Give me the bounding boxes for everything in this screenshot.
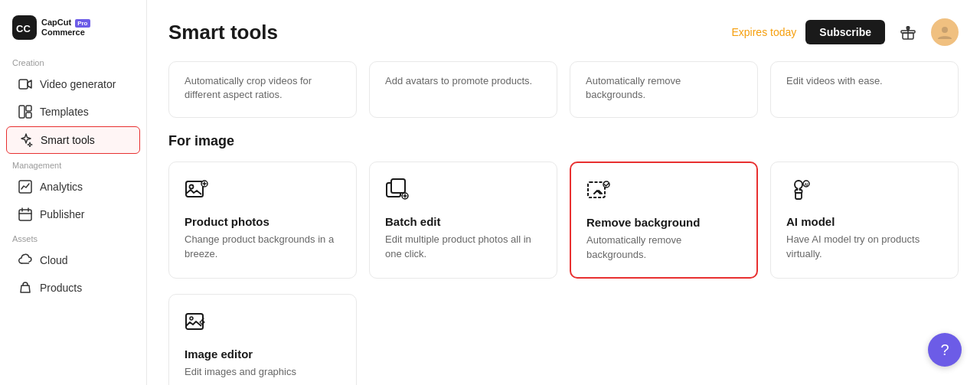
video-cards-row: Automatically crop videos for different … <box>168 61 959 118</box>
card-ai-model[interactable]: AI AI model Have AI model try on product… <box>770 162 959 278</box>
header-actions: Expires today Subscribe <box>731 18 959 46</box>
cloud-icon <box>18 253 32 267</box>
top-card-1[interactable]: Add avatars to promote products. <box>369 61 557 118</box>
logo-sub: Commerce <box>41 28 90 38</box>
top-card-desc: Automatically remove backgrounds. <box>586 74 742 102</box>
sidebar-item-label: Smart tools <box>41 134 95 146</box>
top-card-desc: Edit videos with ease. <box>786 74 942 88</box>
sidebar-item-publisher[interactable]: Publisher <box>6 201 140 227</box>
sidebar-item-label: Analytics <box>40 181 83 193</box>
sidebar-item-products[interactable]: Products <box>6 275 140 301</box>
sidebar-item-label: Video generator <box>40 78 116 90</box>
bottom-cards-grid: Image editor Edit images and graphics <box>168 294 959 385</box>
ai-model-icon: AI <box>786 178 942 207</box>
top-card-0[interactable]: Automatically crop videos for different … <box>168 61 357 118</box>
svg-rect-15 <box>391 179 405 193</box>
gift-button[interactable] <box>894 18 922 46</box>
sidebar-item-cloud[interactable]: Cloud <box>6 247 140 273</box>
help-icon: ? <box>940 341 949 359</box>
card-desc: Edit images and graphics <box>185 365 341 379</box>
products-icon <box>18 281 32 295</box>
card-desc: Have AI model try on products virtually. <box>786 233 942 260</box>
card-desc: Edit multiple product photos all in one … <box>385 233 541 260</box>
main-content: Smart tools Expires today Subscribe Auto… <box>147 0 980 385</box>
svg-rect-5 <box>26 113 31 118</box>
svg-rect-2 <box>19 80 28 89</box>
section-management: Management <box>0 155 146 173</box>
svg-rect-7 <box>19 210 31 220</box>
logo-text: CapCut Pro Commerce <box>41 18 90 38</box>
product-photos-icon <box>185 178 341 207</box>
capcut-logo: CC <box>12 15 37 40</box>
help-button[interactable]: ? <box>928 333 962 367</box>
avatar[interactable] <box>931 18 959 46</box>
smart-tools-icon <box>19 133 33 147</box>
svg-rect-3 <box>19 106 24 118</box>
card-title: Batch edit <box>385 215 541 228</box>
video-generator-icon <box>18 77 32 91</box>
templates-icon <box>18 105 32 119</box>
section-assets: Assets <box>0 228 146 246</box>
sidebar-item-label: Publisher <box>40 208 84 220</box>
svg-text:AI: AI <box>805 182 809 187</box>
sidebar-item-label: Cloud <box>40 254 68 266</box>
logo: CC CapCut Pro Commerce <box>0 9 146 52</box>
card-title: Image editor <box>185 347 341 361</box>
avatar-icon <box>936 24 953 41</box>
sidebar-item-label: Products <box>40 282 82 294</box>
svg-point-12 <box>190 185 194 189</box>
card-product-photos[interactable]: Product photos Change product background… <box>168 162 357 278</box>
analytics-icon <box>18 180 32 194</box>
card-image-editor[interactable]: Image editor Edit images and graphics <box>168 294 357 385</box>
card-desc: Automatically remove backgrounds. <box>586 233 741 261</box>
card-remove-background[interactable]: Remove background Automatically remove b… <box>570 162 758 278</box>
logo-brand: CapCut Pro <box>41 18 90 28</box>
card-title: AI model <box>786 215 942 228</box>
section-creation: Creation <box>0 52 146 70</box>
sidebar-item-video-generator[interactable]: Video generator <box>6 71 140 97</box>
top-card-3[interactable]: Edit videos with ease. <box>770 61 959 118</box>
svg-point-22 <box>190 317 193 320</box>
page-title: Smart tools <box>168 21 278 44</box>
image-cards-grid: Product photos Change product background… <box>168 162 959 278</box>
card-title: Product photos <box>185 215 341 228</box>
remove-background-icon <box>586 178 741 208</box>
sidebar-item-smart-tools[interactable]: Smart tools <box>6 126 140 154</box>
sidebar-item-analytics[interactable]: Analytics <box>6 174 140 200</box>
expires-text: Expires today <box>731 26 796 38</box>
subscribe-button[interactable]: Subscribe <box>805 20 885 44</box>
sidebar-item-label: Templates <box>40 106 89 118</box>
top-card-2[interactable]: Automatically remove backgrounds. <box>570 61 758 118</box>
svg-point-10 <box>942 27 948 33</box>
sidebar-item-templates[interactable]: Templates <box>6 99 140 125</box>
image-editor-icon <box>185 310 341 340</box>
for-image-heading: For image <box>168 133 959 149</box>
top-card-desc: Add avatars to promote products. <box>385 74 541 88</box>
svg-rect-17 <box>588 182 605 197</box>
svg-rect-4 <box>26 106 31 111</box>
publisher-icon <box>18 207 32 221</box>
svg-text:CC: CC <box>16 23 31 34</box>
main-header: Smart tools Expires today Subscribe <box>168 18 959 46</box>
top-card-desc: Automatically crop videos for different … <box>185 74 341 102</box>
card-desc: Change product backgrounds in a breeze. <box>185 233 341 260</box>
batch-edit-icon <box>385 178 541 207</box>
gift-icon <box>900 24 916 41</box>
card-batch-edit[interactable]: Batch edit Edit multiple product photos … <box>369 162 557 278</box>
card-title: Remove background <box>586 216 741 229</box>
pro-badge: Pro <box>75 19 90 28</box>
sidebar: CC CapCut Pro Commerce Creation Video ge… <box>0 0 147 385</box>
